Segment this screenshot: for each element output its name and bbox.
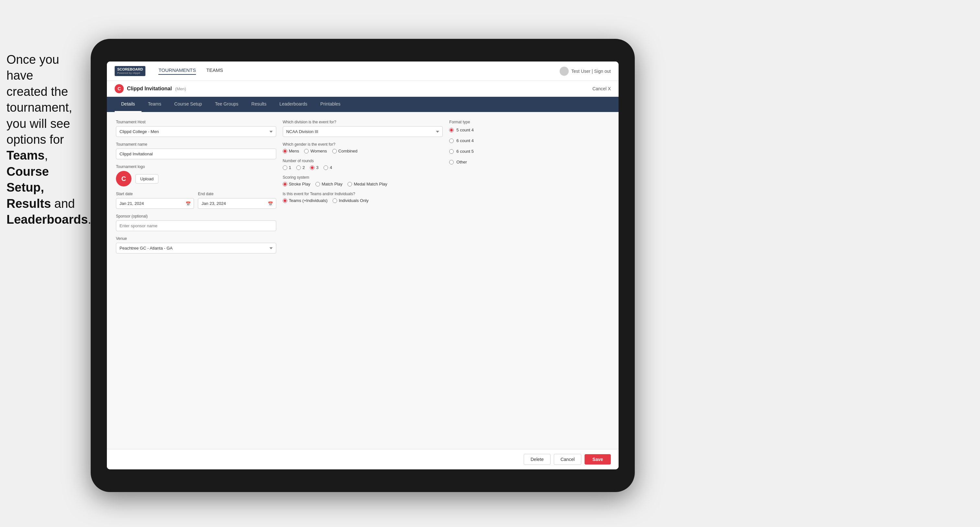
scoring-match-label: Match Play bbox=[321, 182, 342, 186]
gender-womens[interactable]: Womens bbox=[304, 149, 327, 154]
logo-upload-area: C Upload bbox=[116, 171, 276, 186]
logo-line2: Powered by clippd bbox=[117, 71, 143, 75]
gender-mens-label: Mens bbox=[289, 149, 299, 154]
start-date-group: Start date 📅 bbox=[116, 192, 194, 209]
gender-radio-group: Mens Womens Combined bbox=[283, 149, 443, 154]
scoring-match[interactable]: Match Play bbox=[315, 182, 342, 186]
rounds-1[interactable]: 1 bbox=[283, 165, 291, 170]
logo-preview: C bbox=[116, 171, 132, 186]
tab-printables[interactable]: Printables bbox=[314, 97, 347, 112]
tournament-icon: C bbox=[115, 84, 124, 93]
format-radio-group: 5 count 4 6 count 4 6 count 5 bbox=[449, 127, 609, 167]
rounds-radio-group: 1 2 3 4 bbox=[283, 165, 443, 170]
teams-plus-individuals[interactable]: Teams (+Individuals) bbox=[283, 198, 328, 203]
gender-combined-label: Combined bbox=[339, 149, 358, 154]
teams-plus-radio[interactable] bbox=[283, 198, 287, 203]
tab-tee-groups[interactable]: Tee Groups bbox=[208, 97, 245, 112]
save-button[interactable]: Save bbox=[585, 454, 611, 465]
scoring-label: Scoring system bbox=[283, 175, 443, 179]
col-middle: Which division is the event for? NCAA Di… bbox=[283, 120, 443, 441]
content-area: Tournament Host Clippd College - Men Tou… bbox=[107, 112, 619, 469]
format-label: Format type bbox=[449, 120, 609, 124]
rounds-2-radio[interactable] bbox=[296, 165, 301, 170]
tab-results[interactable]: Results bbox=[245, 97, 273, 112]
individuals-only-radio[interactable] bbox=[332, 198, 337, 203]
logo: SCOREBOARD Powered by clippd bbox=[115, 66, 145, 76]
gender-mens[interactable]: Mens bbox=[283, 149, 299, 154]
tablet-screen: SCOREBOARD Powered by clippd TOURNAMENTS… bbox=[107, 62, 619, 469]
tab-leaderboards[interactable]: Leaderboards bbox=[273, 97, 314, 112]
division-label: Which division is the event for? bbox=[283, 120, 443, 124]
format-other[interactable]: Other bbox=[449, 160, 609, 164]
user-avatar bbox=[560, 67, 569, 76]
start-date-input[interactable] bbox=[116, 198, 194, 209]
format-5count4-radio[interactable] bbox=[449, 128, 454, 132]
rounds-3[interactable]: 3 bbox=[310, 165, 318, 170]
format-other-label: Other bbox=[456, 160, 467, 164]
tournament-host-select[interactable]: Clippd College - Men bbox=[116, 126, 276, 137]
format-5count4[interactable]: 5 count 4 bbox=[449, 127, 609, 132]
rounds-3-radio[interactable] bbox=[310, 165, 315, 170]
bold-leaderboards: Leaderboards bbox=[6, 213, 88, 226]
nav-tournaments[interactable]: TOURNAMENTS bbox=[158, 67, 196, 75]
rounds-1-radio[interactable] bbox=[283, 165, 287, 170]
rounds-4-label: 4 bbox=[330, 165, 332, 170]
division-select[interactable]: NCAA Division III bbox=[283, 126, 443, 137]
sponsor-label: Sponsor (optional) bbox=[116, 214, 276, 219]
format-6count4-radio[interactable] bbox=[449, 138, 454, 143]
individuals-only-label: Individuals Only bbox=[339, 198, 369, 203]
nav-teams[interactable]: TEAMS bbox=[206, 67, 223, 75]
rounds-2[interactable]: 2 bbox=[296, 165, 305, 170]
format-6count5-radio[interactable] bbox=[449, 149, 454, 154]
gender-combined-radio[interactable] bbox=[332, 149, 337, 154]
gender-label: Which gender is the event for? bbox=[283, 142, 443, 147]
cancel-button[interactable]: Cancel bbox=[554, 454, 582, 465]
teams-plus-label: Teams (+Individuals) bbox=[289, 198, 328, 203]
scoring-radio-group: Stroke Play Match Play Medal Match Play bbox=[283, 182, 443, 186]
main-nav: TOURNAMENTS TEAMS bbox=[158, 67, 560, 75]
venue-select[interactable]: Peachtree GC - Atlanta - GA bbox=[116, 243, 276, 254]
delete-button[interactable]: Delete bbox=[524, 454, 550, 465]
scoring-match-radio[interactable] bbox=[315, 182, 320, 186]
scoring-stroke[interactable]: Stroke Play bbox=[283, 182, 310, 186]
format-other-radio[interactable] bbox=[449, 160, 454, 164]
gender-combined[interactable]: Combined bbox=[332, 149, 358, 154]
tournament-name-label: Tournament name bbox=[116, 142, 276, 147]
end-date-input[interactable] bbox=[198, 198, 276, 209]
rounds-label: Number of rounds bbox=[283, 159, 443, 163]
format-6count5[interactable]: 6 count 5 bbox=[449, 149, 609, 154]
sponsor-input[interactable] bbox=[116, 221, 276, 231]
tab-course-setup[interactable]: Course Setup bbox=[168, 97, 208, 112]
scoring-medal[interactable]: Medal Match Play bbox=[347, 182, 387, 186]
start-date-label: Start date bbox=[116, 192, 194, 196]
rounds-3-label: 3 bbox=[316, 165, 318, 170]
tournament-type: (Men) bbox=[175, 86, 186, 91]
top-nav: SCOREBOARD Powered by clippd TOURNAMENTS… bbox=[107, 62, 619, 81]
teams-radio-group: Teams (+Individuals) Individuals Only bbox=[283, 198, 443, 203]
cancel-x-button[interactable]: Cancel X bbox=[592, 86, 611, 91]
tournament-name: Clippd Invitational bbox=[127, 86, 172, 92]
division-group: Which division is the event for? NCAA Di… bbox=[283, 120, 443, 137]
rounds-4[interactable]: 4 bbox=[323, 165, 332, 170]
format-6count4[interactable]: 6 count 4 bbox=[449, 138, 609, 143]
rounds-1-label: 1 bbox=[289, 165, 291, 170]
gender-womens-radio[interactable] bbox=[304, 149, 309, 154]
scoring-medal-radio[interactable] bbox=[347, 182, 352, 186]
rounds-4-radio[interactable] bbox=[323, 165, 328, 170]
user-label[interactable]: Test User | Sign out bbox=[571, 68, 611, 74]
tournament-header: C Clippd Invitational (Men) Cancel X bbox=[107, 81, 619, 97]
scoring-group: Scoring system Stroke Play Match Play bbox=[283, 175, 443, 186]
upload-button[interactable]: Upload bbox=[135, 174, 158, 184]
tab-details[interactable]: Details bbox=[115, 97, 142, 112]
tournament-name-input[interactable] bbox=[116, 149, 276, 159]
tab-teams[interactable]: Teams bbox=[142, 97, 168, 112]
tournament-name-group: Tournament name bbox=[116, 142, 276, 159]
bold-teams: Teams bbox=[6, 149, 45, 162]
gender-mens-radio[interactable] bbox=[283, 149, 287, 154]
scoring-stroke-radio[interactable] bbox=[283, 182, 287, 186]
tabs-bar: Details Teams Course Setup Tee Groups Re… bbox=[107, 97, 619, 112]
user-area: Test User | Sign out bbox=[560, 67, 611, 76]
individuals-only[interactable]: Individuals Only bbox=[332, 198, 369, 203]
teams-label: Is this event for Teams and/or Individua… bbox=[283, 192, 443, 196]
col-right: Format type 5 count 4 6 count 4 bbox=[449, 120, 609, 441]
